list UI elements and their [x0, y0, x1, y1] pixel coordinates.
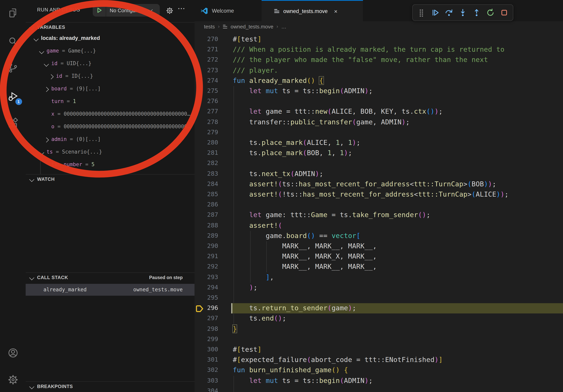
variable-row-board[interactable]: board = (9)[...]	[26, 83, 194, 95]
line-number[interactable]: 281	[205, 149, 223, 156]
watch-section-header[interactable]: WATCH	[26, 174, 194, 184]
line-number[interactable]: 282	[205, 160, 223, 167]
breadcrumb-file[interactable]: owned_tests.move	[230, 24, 273, 29]
breadcrumb-tail[interactable]: …	[281, 24, 286, 29]
chevron-down-icon[interactable]	[34, 36, 38, 41]
code-line-276[interactable]: 276	[194, 96, 563, 107]
paused-instruction-pointer-icon[interactable]	[196, 305, 204, 312]
code-line-292[interactable]: 292 MARK__, MARK__, MARK__,	[194, 262, 563, 272]
account-icon[interactable]	[6, 346, 20, 360]
code-line-285[interactable]: 285 assert!(!ts::has_most_recent_for_add…	[194, 189, 563, 200]
variables-scope-row[interactable]: locals: already_marked	[26, 32, 194, 45]
code-line-272[interactable]: 272/// the player who made the "false" m…	[194, 55, 563, 65]
explorer-icon[interactable]	[6, 6, 20, 20]
line-number[interactable]: 298	[205, 325, 223, 332]
line-number[interactable]: 294	[205, 284, 223, 291]
code-line-283[interactable]: 283 ts.next_tx(ADMIN);	[194, 169, 563, 179]
code-line-273[interactable]: 273/// player.	[194, 65, 563, 76]
code-line-279[interactable]: 279	[194, 128, 563, 138]
search-icon[interactable]	[6, 35, 20, 48]
line-number[interactable]: 283	[205, 170, 223, 177]
variable-row-turn[interactable]: turn = 1	[26, 95, 194, 108]
toolbar-drag-handle[interactable]	[416, 7, 427, 18]
code-line-294[interactable]: 294 );	[194, 283, 563, 293]
line-number[interactable]: 270	[205, 36, 223, 43]
stop-button[interactable]	[499, 7, 510, 18]
code-line-303[interactable]: 303 let mut ts = ts::begin(ADMIN);	[194, 376, 563, 386]
variable-row-x[interactable]: x = 000000000000000000000000000000000000…	[26, 108, 194, 121]
line-number[interactable]: 303	[205, 377, 223, 384]
call-stack-section-header[interactable]: CALL STACK Paused on step already_marked…	[26, 272, 194, 283]
line-number[interactable]: 279	[205, 129, 223, 136]
code-line-286[interactable]: 286	[194, 200, 563, 210]
line-number[interactable]: 287	[205, 211, 223, 219]
run-and-debug-icon[interactable]: 1	[6, 90, 20, 104]
chevron-right-icon[interactable]	[44, 137, 49, 142]
code-line-288[interactable]: 288 assert!(	[194, 221, 563, 231]
line-number[interactable]: 289	[205, 232, 223, 239]
line-number[interactable]: 272	[205, 56, 223, 63]
line-number[interactable]: 292	[205, 263, 223, 270]
tab-welcome[interactable]: Welcome	[194, 0, 262, 21]
line-number[interactable]: 278	[205, 118, 223, 125]
variable-row-txn_number[interactable]: txn_number = 5	[26, 159, 194, 171]
step-out-button[interactable]	[471, 7, 482, 18]
code-line-287[interactable]: 287 let game: ttt::Game = ts.take_from_s…	[194, 210, 563, 221]
chevron-down-icon[interactable]	[44, 62, 49, 66]
source-control-icon[interactable]	[6, 61, 20, 75]
line-number[interactable]: 277	[205, 108, 223, 115]
close-icon[interactable]: ×	[334, 8, 337, 14]
code-line-270[interactable]: 270#[test]	[194, 34, 563, 45]
settings-gear-icon[interactable]	[6, 373, 20, 386]
line-number[interactable]: 297	[205, 315, 223, 322]
line-number[interactable]: 302	[205, 366, 223, 374]
line-number[interactable]: 291	[205, 253, 223, 260]
chevron-down-icon[interactable]	[39, 150, 44, 155]
code-line-290[interactable]: 290 MARK__, MARK__, MARK__,	[194, 241, 563, 251]
step-over-button[interactable]	[443, 7, 455, 18]
line-number[interactable]: 301	[205, 356, 223, 363]
code-line-300[interactable]: 300#[test]	[194, 345, 563, 355]
code-line-271[interactable]: 271/// When a position is already marked…	[194, 45, 563, 55]
code-line-280[interactable]: 280 ts.place_mark(ALICE, 1, 1);	[194, 138, 563, 148]
code-line-293[interactable]: 293 ],	[194, 272, 563, 282]
variable-row-game[interactable]: game = Game{...}	[26, 45, 194, 58]
tab-owned-tests-move[interactable]: owned_tests.move ×	[262, 0, 363, 21]
line-number[interactable]: 290	[205, 242, 223, 249]
start-debugging-icon[interactable]	[96, 7, 102, 13]
code-line-302[interactable]: 302fun burn_unfinished_game() {	[194, 365, 563, 376]
code-line-289[interactable]: 289 game.board() == vector[	[194, 231, 563, 241]
line-number[interactable]: 296	[205, 304, 223, 312]
line-number[interactable]: 288	[205, 222, 223, 229]
line-number[interactable]: 284	[205, 180, 223, 187]
code-line-282[interactable]: 282	[194, 158, 563, 169]
breadcrumb-folder[interactable]: tests	[204, 24, 215, 29]
line-number[interactable]: 299	[205, 336, 223, 343]
gear-icon[interactable]	[166, 7, 174, 15]
code-line-298[interactable]: 298}	[194, 324, 563, 334]
code-line-275[interactable]: 275 let mut ts = ts::begin(ADMIN);	[194, 86, 563, 96]
line-number[interactable]: 271	[205, 46, 223, 53]
debug-config-dropdown[interactable]: No Configur	[93, 4, 160, 17]
variable-row-o[interactable]: o = 000000000000000000000000000000000000…	[26, 121, 194, 133]
line-number[interactable]: 295	[205, 294, 223, 301]
line-number[interactable]: 276	[205, 97, 223, 105]
code-line-296[interactable]: 296 ts.return_to_sender(game);	[194, 303, 563, 314]
variable-row-id[interactable]: id = ID{...}	[26, 70, 194, 83]
continue-button[interactable]	[430, 7, 441, 18]
line-number[interactable]: 304	[205, 387, 223, 392]
call-stack-frame-row[interactable]: already_marked owned_tests.move	[26, 284, 194, 296]
code-line-299[interactable]: 299	[194, 334, 563, 345]
code-line-301[interactable]: 301#[expected_failure(abort_code = ttt::…	[194, 355, 563, 365]
step-into-button[interactable]	[457, 7, 468, 18]
code-line-281[interactable]: 281 ts.place_mark(BOB, 1, 1);	[194, 148, 563, 158]
code-line-295[interactable]: 295	[194, 293, 563, 303]
line-number[interactable]: 285	[205, 191, 223, 198]
breakpoints-section-header[interactable]: BREAKPOINTS	[26, 381, 194, 392]
line-number[interactable]: 275	[205, 87, 223, 94]
chevron-right-icon[interactable]	[44, 87, 49, 92]
code-line-277[interactable]: 277 let game = ttt::new(ALICE, BOB, KEY,…	[194, 107, 563, 117]
code-line-291[interactable]: 291 MARK__, MARK_X, MARK__,	[194, 251, 563, 262]
variable-row-ts[interactable]: ts = Scenario{...}	[26, 146, 194, 159]
line-number[interactable]: 273	[205, 66, 223, 74]
